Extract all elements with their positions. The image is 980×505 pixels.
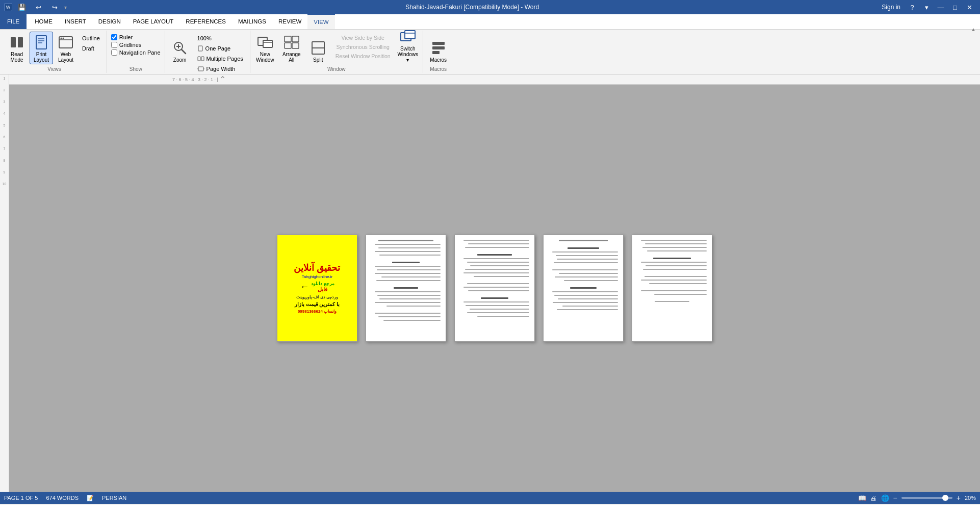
- redo-quick-button[interactable]: ↪: [48, 2, 61, 12]
- ruler-check-item[interactable]: Ruler: [110, 34, 162, 41]
- multiple-pages-icon: [197, 56, 204, 62]
- svg-point-9: [63, 38, 64, 39]
- new-window-button[interactable]: New Window: [253, 32, 277, 64]
- multiple-pages-button[interactable]: Multiple Pages: [194, 54, 247, 63]
- zoom-group-content: Zoom 100% One Page Multiple Pages Page W…: [168, 32, 247, 73]
- window-sub-buttons: View Side by Side Synchronous Scrolling …: [333, 32, 393, 60]
- window-group-content: New Window Arrange All Split View Side b…: [253, 32, 420, 65]
- web-view-button[interactable]: 🌐: [881, 494, 889, 502]
- svg-rect-14: [198, 46, 202, 51]
- draft-button[interactable]: Draft: [79, 44, 104, 53]
- ribbon-toggle-button[interactable]: ▾: [920, 2, 933, 12]
- synchronous-scrolling-button[interactable]: Synchronous Scrolling: [333, 43, 393, 51]
- split-button[interactable]: Split: [306, 32, 330, 64]
- word-count: 674 WORDS: [46, 495, 79, 501]
- gridlines-checkbox[interactable]: [111, 42, 117, 48]
- outline-button[interactable]: Outline: [79, 34, 104, 43]
- zoom-100-button[interactable]: 100%: [194, 34, 247, 43]
- navigation-check-item[interactable]: Navigation Pane: [110, 49, 162, 56]
- tab-home[interactable]: HOME: [29, 14, 59, 29]
- read-mode-button[interactable]: Read Mode: [5, 32, 29, 64]
- arrange-all-button[interactable]: Arrange All: [280, 32, 303, 64]
- show-group: Ruler Gridlines Navigation Pane Show: [107, 31, 165, 73]
- view-side-by-side-button[interactable]: View Side by Side: [333, 34, 393, 42]
- one-page-icon: [197, 45, 203, 52]
- svg-rect-2: [36, 36, 46, 49]
- svg-rect-15: [198, 57, 200, 61]
- save-quick-button[interactable]: 💾: [15, 2, 29, 12]
- page-1: تحقیق آنلاین Tahghighonline.ir ← مرجع دا…: [277, 235, 357, 342]
- switch-windows-icon: [400, 29, 416, 45]
- read-mode-icon: [9, 34, 25, 50]
- zoom-label: Zoom: [173, 57, 187, 63]
- minimize-button[interactable]: —: [934, 2, 947, 12]
- tab-design[interactable]: DESIGN: [92, 14, 127, 29]
- zoom-in-button[interactable]: +: [957, 494, 961, 502]
- svg-rect-24: [292, 36, 299, 42]
- page-1-content: تحقیق آنلاین Tahghighonline.ir ← مرجع دا…: [277, 235, 357, 341]
- zoom-track[interactable]: [901, 497, 952, 499]
- navigation-checkbox[interactable]: [111, 49, 117, 56]
- document-pages-area[interactable]: تحقیق آنلاین Tahghighonline.ir ← مرجع دا…: [9, 85, 980, 492]
- reset-window-position-label: Reset Window Position: [336, 53, 391, 59]
- outline-draft-group: Outline Draft: [79, 32, 104, 53]
- main-container: 1 2 3 4 5 6 7 8 9 10 7 · 6 · 5 · 4 · 3 ·…: [0, 74, 980, 492]
- macros-group-content: Macros: [427, 32, 450, 65]
- window-group: New Window Arrange All Split View Side b…: [250, 31, 423, 73]
- tab-references[interactable]: REFERENCES: [179, 14, 232, 29]
- doc-column: 7 · 6 · 5 · 4 · 3 · 2 · 1 · | ⌃ تحقیق آن…: [9, 74, 980, 492]
- page-width-button[interactable]: Page Width: [194, 64, 247, 73]
- show-group-content: Ruler Gridlines Navigation Pane: [110, 32, 162, 65]
- tab-review[interactable]: REVIEW: [272, 14, 307, 29]
- svg-rect-33: [432, 46, 445, 49]
- zoom-thumb[interactable]: [942, 495, 948, 501]
- tab-insert[interactable]: INSERT: [59, 14, 92, 29]
- reset-window-position-button[interactable]: Reset Window Position: [333, 52, 393, 60]
- print-layout-label: Print Layout: [34, 52, 49, 63]
- undo-quick-button[interactable]: ↩: [32, 2, 45, 12]
- tab-pagelayout[interactable]: PAGE LAYOUT: [127, 14, 179, 29]
- switch-windows-button[interactable]: Switch Windows ▾: [396, 32, 420, 64]
- view-side-by-side-label: View Side by Side: [342, 35, 384, 41]
- svg-rect-21: [263, 40, 272, 47]
- status-bar: PAGE 1 OF 5 674 WORDS 📝 PERSIAN 📖 🖨 🌐 − …: [0, 492, 980, 504]
- page-4: [543, 235, 624, 342]
- ad-label2: فایل: [318, 286, 327, 293]
- draft-label: Draft: [82, 45, 94, 52]
- ribbon: Read Mode Print Layout Web Layout Outlin…: [0, 30, 980, 74]
- language: PERSIAN: [102, 495, 126, 501]
- zoom-out-button[interactable]: −: [893, 494, 897, 502]
- svg-point-8: [61, 38, 62, 39]
- views-group-label: Views: [47, 66, 61, 72]
- read-view-button[interactable]: 📖: [858, 494, 866, 502]
- tab-mailings[interactable]: MAILINGS: [232, 14, 272, 29]
- page-4-content: [544, 235, 623, 315]
- zoom-button[interactable]: Zoom: [168, 32, 192, 64]
- svg-rect-26: [292, 43, 299, 48]
- page-3-content: [455, 235, 534, 321]
- help-button[interactable]: ?: [906, 2, 919, 12]
- title-bar-right: Sign in ? ▾ — □ ✕: [878, 2, 976, 12]
- horizontal-ruler: 7 · 6 · 5 · 4 · 3 · 2 · 1 · | ⌃: [9, 74, 980, 85]
- maximize-button[interactable]: □: [948, 2, 962, 12]
- tab-view[interactable]: VIEW: [307, 14, 334, 29]
- print-view-button[interactable]: 🖨: [870, 494, 877, 502]
- gridlines-check-item[interactable]: Gridlines: [110, 41, 162, 48]
- sign-in-link[interactable]: Sign in: [878, 4, 905, 11]
- ruler-checkbox[interactable]: [111, 34, 117, 40]
- one-page-label: One Page: [205, 45, 231, 52]
- word-logo: W: [4, 3, 12, 11]
- one-page-button[interactable]: One Page: [194, 44, 247, 53]
- proofing-icon[interactable]: 📝: [87, 495, 94, 501]
- arrange-all-label: Arrange All: [282, 52, 301, 63]
- tab-file[interactable]: FILE: [0, 14, 27, 29]
- arrow-icon: ←: [300, 282, 309, 292]
- web-layout-button[interactable]: Web Layout: [54, 32, 78, 64]
- close-button[interactable]: ✕: [963, 2, 976, 12]
- views-group: Read Mode Print Layout Web Layout Outlin…: [2, 31, 107, 73]
- svg-rect-1: [18, 37, 23, 47]
- macros-button[interactable]: Macros: [427, 32, 450, 64]
- collapse-ribbon-icon[interactable]: ▲: [971, 27, 976, 32]
- print-layout-button[interactable]: Print Layout: [30, 32, 53, 64]
- page-width-icon: [197, 66, 204, 72]
